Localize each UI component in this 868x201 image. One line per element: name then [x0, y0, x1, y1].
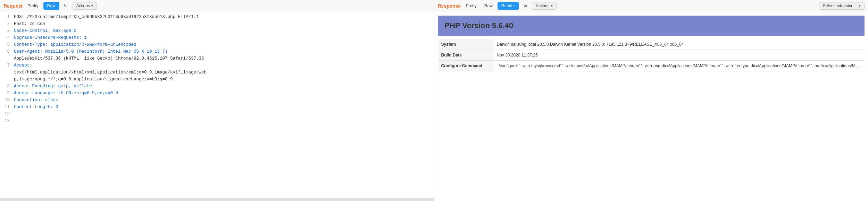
php-version-box: PHP Version 5.6.40: [438, 16, 865, 36]
code-line: 2Host: zc.com: [0, 20, 434, 27]
request-code-area: 1POST /%23runtime/Temp/rDe_c66d9b83263ff…: [0, 12, 434, 198]
code-line: p,image/apng,*/*;q=0.8,application/signe…: [0, 76, 434, 83]
line-content: Cache-Control: max-age=0: [14, 27, 76, 34]
line-number: 13: [3, 117, 10, 124]
line-number: [3, 55, 10, 62]
line-content: Content-Type: application/x-www-form-url…: [14, 41, 136, 48]
line-number: 3: [3, 27, 10, 34]
table-cell-value: Nov 30 2020 11:37:25: [493, 50, 865, 61]
line-number: 9: [3, 90, 10, 97]
line-number: 10: [3, 97, 10, 104]
tab-n-request[interactable]: \n: [61, 2, 70, 9]
line-number: 11: [3, 104, 10, 111]
line-content: Accept-Language: zh-CN,zh;q=0.9,en;q=0.8: [14, 90, 118, 97]
line-content: text/html,application/xhtml+xml,applicat…: [14, 69, 207, 76]
tab-pretty-request[interactable]: Pretty: [25, 2, 41, 9]
table-row: SystemDarwin balis0ng.local 20.5.0 Darwi…: [438, 39, 865, 50]
code-line: 3Cache-Control: max-age=0: [0, 27, 434, 34]
code-line: 11Content-Length: 0: [0, 104, 434, 111]
line-content: Accept:: [14, 62, 32, 69]
line-content: Content-Length: 0: [14, 104, 58, 111]
line-content: User-Agent: Mozilla/5.0 (Macintosh; Inte…: [14, 48, 168, 55]
line-number: 8: [3, 83, 10, 90]
response-header: Response Pretty Raw Render \n Actions ▾ …: [434, 0, 868, 12]
response-content-area: PHP Version 5.6.40 SystemDarwin balis0ng…: [434, 12, 868, 201]
table-row: Build DateNov 30 2020 11:37:25: [438, 50, 865, 61]
code-line: text/html,application/xhtml+xml,applicat…: [0, 69, 434, 76]
line-number: [3, 76, 10, 83]
line-number: 1: [3, 14, 10, 20]
code-line: 13: [0, 117, 434, 124]
line-content: POST /%23runtime/Temp/rDe_c66d9b83263ff3…: [14, 14, 199, 20]
table-cell-value: './configure' '--with-mysql=mysqlnd' '--…: [493, 61, 865, 71]
php-version-title: PHP Version 5.6.40: [445, 21, 858, 30]
code-line: 4Upgrade-Insecure-Requests: 1: [0, 34, 434, 41]
table-row: Configure Command'./configure' '--with-m…: [438, 61, 865, 71]
select-extension-button[interactable]: Select extension... ▾: [819, 2, 865, 10]
table-cell-label: System: [438, 39, 493, 50]
table-cell-value: Darwin balis0ng.local 20.5.0 Darwin Kern…: [493, 39, 865, 50]
line-number: 5: [3, 41, 10, 48]
code-line: 9Accept-Language: zh-CN,zh;q=0.9,en;q=0.…: [0, 90, 434, 97]
request-title: Request: [3, 2, 23, 9]
line-number: 4: [3, 34, 10, 41]
line-number: [3, 69, 10, 76]
chevron-down-icon-response: ▾: [551, 4, 553, 8]
line-number: 7: [3, 62, 10, 69]
code-line: 12: [0, 111, 434, 117]
tab-n-response[interactable]: \n: [521, 2, 530, 9]
code-line: AppleWebKit/537.36 (KHTML, like Gecko) C…: [0, 55, 434, 62]
table-cell-label: Configure Command: [438, 61, 493, 71]
request-panel: Request Pretty Raw \n Actions ▾ 1POST /%…: [0, 0, 434, 201]
tab-render-response[interactable]: Render: [498, 2, 519, 10]
code-line: 7Accept:: [0, 62, 434, 69]
response-title: Response: [438, 2, 461, 9]
php-info-table: SystemDarwin balis0ng.local 20.5.0 Darwi…: [438, 39, 865, 71]
request-header: Request Pretty Raw \n Actions ▾: [0, 0, 434, 12]
tab-pretty-response[interactable]: Pretty: [463, 2, 479, 9]
line-number: 12: [3, 111, 10, 117]
chevron-down-icon: ▾: [91, 4, 93, 8]
chevron-down-icon-ext: ▾: [859, 4, 861, 8]
code-line: 1POST /%23runtime/Temp/rDe_c66d9b83263ff…: [0, 14, 434, 20]
line-content: Host: zc.com: [14, 20, 45, 27]
table-cell-label: Build Date: [438, 50, 493, 61]
scrollbar-filler-left: [0, 198, 434, 201]
line-content: AppleWebKit/537.36 (KHTML, like Gecko) C…: [14, 55, 204, 62]
tab-raw-request[interactable]: Raw: [43, 2, 59, 10]
line-content: Upgrade-Insecure-Requests: 1: [14, 34, 87, 41]
actions-button-request[interactable]: Actions ▾: [73, 2, 97, 10]
code-line: 10Connection: close: [0, 97, 434, 104]
line-content: p,image/apng,*/*;q=0.8,application/signe…: [14, 76, 173, 83]
line-content: Connection: close: [14, 97, 58, 104]
response-panel: Response Pretty Raw Render \n Actions ▾ …: [434, 0, 868, 201]
code-line: 6User-Agent: Mozilla/5.0 (Macintosh; Int…: [0, 48, 434, 55]
tab-raw-response[interactable]: Raw: [482, 2, 495, 9]
code-line: 8Accept-Encoding: gzip, deflate: [0, 83, 434, 90]
actions-button-response[interactable]: Actions ▾: [532, 2, 556, 10]
code-line: 5Content-Type: application/x-www-form-ur…: [0, 41, 434, 48]
line-number: 2: [3, 20, 10, 27]
line-content: Accept-Encoding: gzip, deflate: [14, 83, 92, 90]
line-number: 6: [3, 48, 10, 55]
